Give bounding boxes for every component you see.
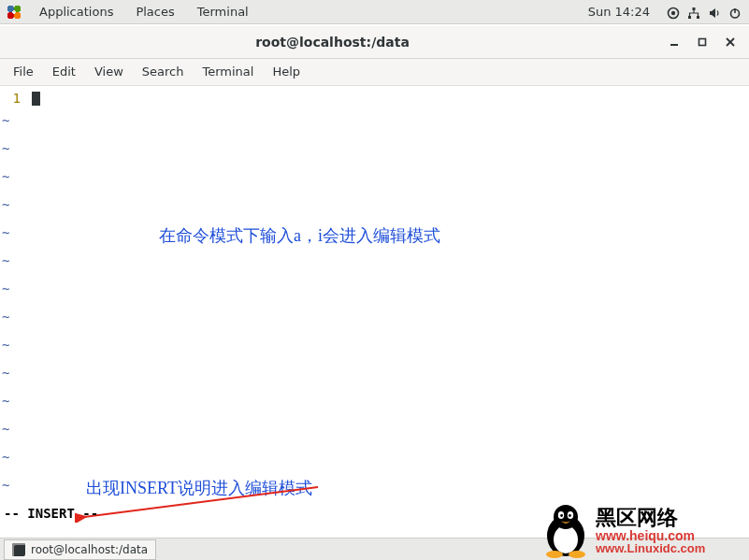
menu-bar: File Edit View Search Terminal Help	[0, 59, 749, 86]
panel-clock[interactable]: Sun 14:24	[575, 0, 663, 24]
menu-file[interactable]: File	[4, 59, 43, 85]
menu-help[interactable]: Help	[263, 59, 310, 85]
annotation-top: 在命令模式下输入a，i会进入编辑模式	[159, 224, 440, 247]
svg-rect-3	[688, 16, 691, 19]
svg-rect-4	[697, 16, 699, 19]
terminal-icon	[12, 543, 25, 556]
panel-applications[interactable]: Applications	[28, 0, 124, 24]
svg-point-1	[671, 10, 675, 14]
annotation-bottom: 出现INSERT说明进入编辑模式	[86, 477, 312, 499]
vim-status-line: -- INSERT --	[4, 505, 98, 522]
menu-view[interactable]: View	[85, 59, 133, 85]
line-number-gutter: 1	[0, 86, 26, 107]
activities-icon[interactable]	[6, 4, 22, 21]
svg-rect-8	[699, 39, 706, 46]
vim-editor-area[interactable]: 1 ~~~~~~~~~~~~~~ 在命令模式下输入a，i会进入编辑模式 出现IN…	[0, 86, 749, 522]
panel-terminal[interactable]: Terminal	[186, 0, 260, 24]
volume-icon[interactable]	[704, 0, 725, 24]
title-bar: root@localhost:/data	[0, 26, 749, 59]
menu-terminal[interactable]: Terminal	[193, 59, 263, 85]
taskbar-item-label: root@localhost:/data	[31, 543, 148, 556]
menu-edit[interactable]: Edit	[43, 59, 85, 85]
window-title: root@localhost:/data	[7, 35, 657, 50]
gnome-top-panel: Applications Places Terminal Sun 14:24	[0, 0, 749, 24]
line-number: 1	[0, 86, 21, 107]
minimize-button[interactable]	[663, 31, 685, 53]
svg-rect-2	[693, 7, 696, 10]
close-button[interactable]	[719, 31, 742, 53]
record-icon[interactable]	[663, 0, 684, 24]
cursor	[32, 92, 40, 106]
vim-tilde-column: ~~~~~~~~~~~~~~	[2, 107, 9, 499]
panel-places[interactable]: Places	[124, 0, 185, 24]
bottom-taskbar: root@localhost:/data	[0, 538, 749, 560]
power-icon[interactable]	[725, 0, 745, 24]
maximize-button[interactable]	[691, 31, 713, 53]
terminal-window: root@localhost:/data File Edit View Sear…	[0, 26, 749, 522]
menu-search[interactable]: Search	[133, 59, 194, 85]
network-icon[interactable]	[684, 0, 704, 24]
taskbar-item-terminal[interactable]: root@localhost:/data	[4, 539, 156, 560]
